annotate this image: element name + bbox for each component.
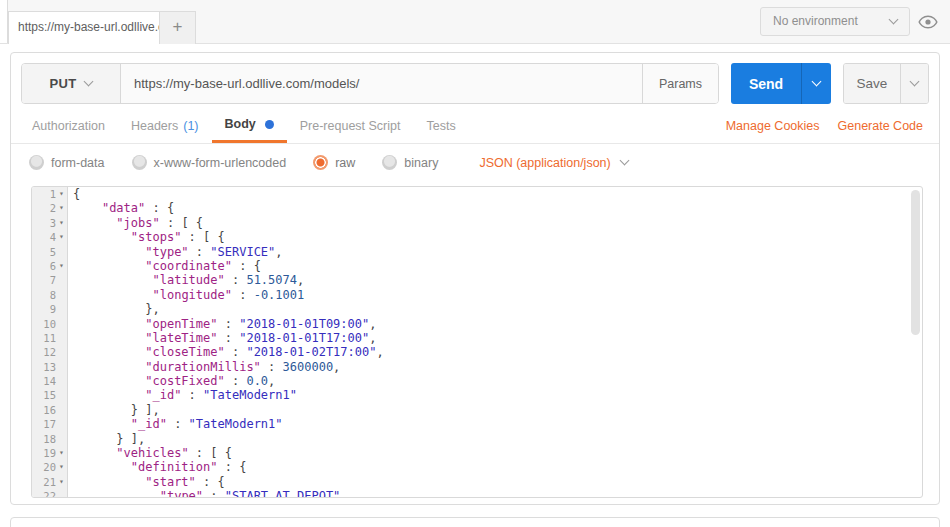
line-number: 18 — [43, 432, 56, 446]
line-number: 12 — [43, 345, 56, 359]
radio-form-data[interactable]: form-data — [29, 155, 105, 170]
code-text: } ], — [68, 432, 145, 446]
request-tab[interactable]: https://my-base-url.odllive.c — [8, 11, 160, 44]
line-number: 9 — [50, 302, 56, 316]
line-number: 17 — [43, 417, 56, 431]
radio-icon — [382, 155, 397, 170]
environment-quicklook-button[interactable] — [916, 13, 940, 31]
code-text: "latitude" : 51.5074, — [68, 273, 304, 287]
code-fold-toggle[interactable]: ▾ — [56, 216, 67, 230]
code-line: 12 "closeTime" : "2018-01-02T17:00", — [32, 345, 922, 359]
radio-binary[interactable]: binary — [382, 155, 438, 170]
radio-x-www-form-urlencoded[interactable]: x-www-form-urlencoded — [132, 155, 287, 170]
code-line: 18 } ], — [32, 432, 922, 446]
code-text: "durationMillis" : 3600000, — [68, 360, 340, 374]
gutter-cell: 7 — [32, 273, 68, 287]
chevron-down-icon — [812, 77, 822, 87]
request-url-input[interactable] — [121, 64, 642, 103]
radio-icon — [132, 155, 147, 170]
code-editor-lines: 1▾{2▾ "data" : {3▾ "jobs" : [ {4▾ "stops… — [32, 187, 922, 498]
code-fold-toggle[interactable]: ▾ — [56, 475, 67, 489]
tab-label: Headers — [131, 119, 178, 133]
request-tabs-row: Authorization Headers (1) Body Pre-reque… — [11, 108, 939, 144]
send-options-button[interactable] — [801, 63, 831, 104]
send-split-button: Send — [731, 63, 831, 104]
gutter-cell: 19▾ — [32, 446, 68, 460]
code-line: 14 "costFixed" : 0.0, — [32, 374, 922, 388]
code-line: 17 "_id" : "TateModern1" — [32, 417, 922, 431]
radio-icon — [29, 155, 44, 170]
code-line: 8 "longitude" : -0.1001 — [32, 288, 922, 302]
response-panel — [10, 517, 940, 527]
code-fold-toggle[interactable]: ▾ — [56, 460, 67, 474]
code-text: "type" : "START_AT_DEPOT" — [68, 489, 340, 498]
radio-raw[interactable]: raw — [313, 155, 355, 170]
gutter-cell: 14 — [32, 374, 68, 388]
line-number: 13 — [43, 360, 56, 374]
editor-scrollbar[interactable] — [911, 190, 920, 335]
gutter-cell: 4▾ — [32, 230, 68, 244]
radio-selected-icon — [313, 155, 328, 170]
chevron-down-icon — [889, 15, 899, 25]
code-text: "vehicles" : [ { — [68, 446, 232, 460]
send-button[interactable]: Send — [731, 63, 801, 104]
tab-prerequest-script[interactable]: Pre-request Script — [287, 108, 414, 143]
tab-label: Pre-request Script — [300, 119, 401, 133]
code-fold-toggle[interactable]: ▾ — [56, 259, 67, 273]
code-line: 10 "openTime" : "2018-01-01T09:00", — [32, 317, 922, 331]
environment-selector-label: No environment — [773, 8, 858, 35]
gutter-cell: 2▾ — [32, 201, 68, 215]
line-number: 7 — [50, 273, 56, 287]
request-builder-panel: PUT Params Send Save Authorization Heade… — [10, 52, 940, 505]
tab-tests[interactable]: Tests — [413, 108, 468, 143]
content-type-dropdown[interactable]: JSON (application/json) — [479, 156, 627, 170]
manage-cookies-link[interactable]: Manage Cookies — [726, 119, 820, 133]
save-options-button[interactable] — [900, 64, 928, 103]
code-editor[interactable]: 1▾{2▾ "data" : {3▾ "jobs" : [ {4▾ "stops… — [31, 186, 923, 498]
code-line: 19▾ "vehicles" : [ { — [32, 446, 922, 460]
chevron-down-icon — [619, 156, 629, 166]
gutter-cell: 6▾ — [32, 259, 68, 273]
new-tab-button[interactable]: + — [160, 11, 196, 44]
line-number: 11 — [43, 331, 56, 345]
line-number: 5 — [50, 245, 56, 259]
tab-headers[interactable]: Headers (1) — [118, 108, 212, 143]
code-fold-toggle[interactable]: ▾ — [56, 187, 67, 201]
gutter-cell: 20▾ — [32, 460, 68, 474]
save-button[interactable]: Save — [844, 64, 900, 103]
environment-selector[interactable]: No environment — [760, 7, 910, 36]
code-line: 2▾ "data" : { — [32, 201, 922, 215]
line-number: 22 — [43, 489, 56, 498]
code-text: "_id" : "TateModern1" — [68, 417, 283, 431]
tab-authorization[interactable]: Authorization — [19, 108, 118, 143]
gutter-cell: 12 — [32, 345, 68, 359]
gutter-cell: 9 — [32, 302, 68, 316]
code-line: 1▾{ — [32, 187, 922, 201]
generate-code-link[interactable]: Generate Code — [838, 119, 923, 133]
line-number: 15 — [43, 388, 56, 402]
request-url-row: PUT Params Send Save — [21, 63, 929, 104]
tab-body[interactable]: Body — [212, 108, 287, 143]
code-line: 7 "latitude" : 51.5074, — [32, 273, 922, 287]
code-fold-toggle[interactable]: ▾ — [56, 230, 67, 244]
gutter-cell: 13 — [32, 360, 68, 374]
code-text: "jobs" : [ { — [68, 216, 203, 230]
gutter-cell: 16 — [32, 403, 68, 417]
code-text: "_id" : "TateModern1" — [68, 388, 297, 402]
params-button[interactable]: Params — [642, 64, 718, 103]
save-split-button: Save — [843, 63, 929, 104]
code-text: "lateTime" : "2018-01-01T17:00", — [68, 331, 376, 345]
gutter-cell: 18 — [32, 432, 68, 446]
gutter-cell: 22 — [32, 489, 68, 498]
url-group: PUT Params — [21, 63, 719, 104]
code-fold-toggle[interactable]: ▾ — [56, 201, 67, 215]
code-line: 20▾ "definition" : { — [32, 460, 922, 474]
code-line: 3▾ "jobs" : [ { — [32, 216, 922, 230]
headers-count-badge: (1) — [183, 119, 198, 133]
pane-divider — [0, 0, 8, 43]
http-method-dropdown[interactable]: PUT — [22, 64, 121, 103]
http-method-label: PUT — [50, 76, 77, 91]
chevron-down-icon — [84, 77, 94, 87]
code-fold-toggle[interactable]: ▾ — [56, 446, 67, 460]
gutter-cell: 5 — [32, 245, 68, 259]
